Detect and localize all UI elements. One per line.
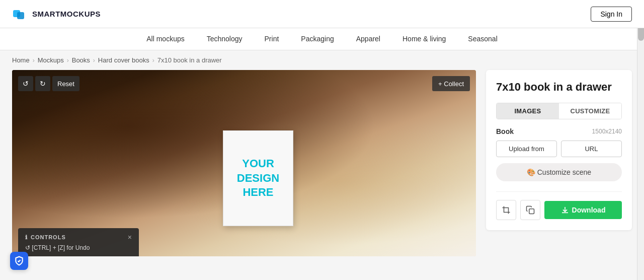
book-line-2: DESIGN [237,172,279,184]
nav-item-technology[interactable]: Technology [205,28,245,50]
controls-shortcut: ↺ [CTRL] + [Z] for Undo [25,244,132,251]
controls-title: ℹ CONTROLS [25,234,66,241]
breadcrumb-home[interactable]: Home [12,56,30,64]
logo-icon [12,6,28,22]
image-area: YOUR DESIGN HERE ↺ ↻ Reset + Collect ℹ C… [12,70,476,256]
security-badge[interactable] [10,252,28,268]
redo-button[interactable]: ↻ [35,76,50,91]
tab-images[interactable]: IMAGES [497,103,559,119]
section-header: Book 1500x2140 [496,127,622,135]
breadcrumb-sep-3: › [93,57,95,64]
breadcrumb-mockups[interactable]: Mockups [38,56,64,64]
copy-button[interactable] [520,200,540,220]
book-line-1: YOUR [242,157,274,170]
upload-row: Upload from URL [496,141,622,157]
controls-panel-header: ℹ CONTROLS × [25,233,132,241]
breadcrumb-current: 7x10 book in a drawer [157,56,222,64]
crop-icon [502,205,511,215]
nav-item-print[interactable]: Print [263,28,281,50]
breadcrumb-hard-cover-books[interactable]: Hard cover books [98,56,149,64]
book-line-3: HERE [243,186,273,198]
undo-button[interactable]: ↺ [18,76,33,91]
main-content: YOUR DESIGN HERE ↺ ↻ Reset + Collect ℹ C… [0,70,644,268]
panel-title: 7x10 book in a drawer [496,80,622,95]
svg-rect-2 [529,208,534,214]
reset-button[interactable]: Reset [52,76,79,91]
info-icon: ℹ [25,234,28,241]
nav-item-home-living[interactable]: Home & living [400,28,448,50]
breadcrumb: Home › Mockups › Books › Hard cover book… [0,50,644,70]
right-panel: 7x10 book in a drawer IMAGES CUSTOMIZE B… [486,70,632,230]
download-icon [561,206,569,214]
sign-in-button[interactable]: Sign In [591,7,632,22]
copy-icon [526,205,535,215]
collect-button[interactable]: + Collect [432,76,470,91]
nav-item-packaging[interactable]: Packaging [299,28,336,50]
logo-text: SMARTMOCKUPS [32,10,101,18]
breadcrumb-books[interactable]: Books [72,56,90,64]
shield-icon [14,256,24,266]
section-dim: 1500x2140 [592,128,622,135]
svg-rect-1 [17,12,24,19]
upload-from-button[interactable]: Upload from [496,141,557,157]
section-label: Book [496,127,514,135]
customize-scene-button[interactable]: 🎨 Customize scene [496,163,622,181]
controls-close-button[interactable]: × [128,233,132,241]
scrollbar[interactable] [637,0,644,268]
nav-item-apparel[interactable]: Apparel [354,28,382,50]
crop-button[interactable] [496,200,516,220]
controls-panel: ℹ CONTROLS × ↺ [CTRL] + [Z] for Undo [18,228,139,256]
book-design-text: YOUR DESIGN HERE [237,157,279,200]
download-button[interactable]: Download [544,201,622,219]
nav-item-seasonal[interactable]: Seasonal [466,28,499,50]
tab-row: IMAGES CUSTOMIZE [496,103,622,119]
main-nav: All mockups Technology Print Packaging A… [0,28,644,50]
panel-bottom: Download [496,191,622,220]
image-controls: ↺ ↻ Reset [18,76,79,91]
nav-item-all-mockups[interactable]: All mockups [144,28,186,50]
breadcrumb-sep-1: › [33,57,35,64]
breadcrumb-sep-4: › [152,57,154,64]
logo-area[interactable]: SMARTMOCKUPS [12,6,101,22]
url-button[interactable]: URL [561,141,622,157]
breadcrumb-sep-2: › [67,57,69,64]
book-overlay: YOUR DESIGN HERE [223,130,293,226]
header: SMARTMOCKUPS Sign In [0,0,644,28]
tab-customize[interactable]: CUSTOMIZE [559,103,621,119]
